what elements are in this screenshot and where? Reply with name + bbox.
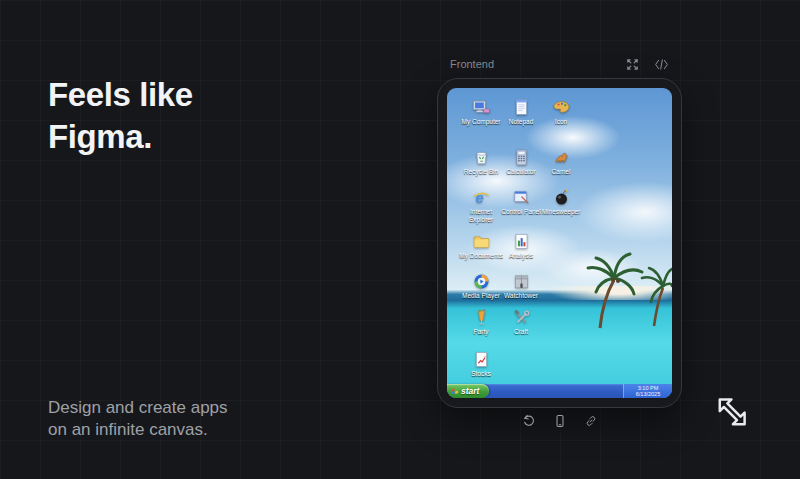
start-button-label: start bbox=[461, 386, 479, 396]
hero-subtitle-line1: Design and create apps bbox=[48, 397, 228, 419]
palette-icon bbox=[552, 97, 571, 117]
system-tray-clock[interactable]: 3:10 PM 6/13/2025 bbox=[623, 384, 672, 398]
desktop-icon-watchtower[interactable]: Watchtower bbox=[498, 271, 544, 300]
artboard-actions bbox=[624, 56, 669, 72]
desktop-icon-label: Analysis bbox=[509, 252, 533, 260]
undo-icon[interactable] bbox=[521, 413, 537, 429]
xp-taskbar: start 3:10 PM 6/13/2025 bbox=[447, 384, 672, 398]
svg-text:e: e bbox=[475, 189, 483, 205]
link-icon[interactable] bbox=[583, 413, 599, 429]
desktop-icon-label: Camel bbox=[552, 168, 571, 176]
desktop-icon-label: My Computer bbox=[461, 118, 500, 126]
tools-icon bbox=[512, 307, 531, 327]
start-button[interactable]: start bbox=[447, 384, 489, 398]
desktop-icon-label: Stocks bbox=[471, 370, 491, 378]
tray-date: 6/13/2025 bbox=[636, 391, 660, 398]
hero-title-line2: Figma. bbox=[48, 116, 193, 158]
calculator-icon bbox=[512, 147, 531, 167]
internet-explorer-icon: e bbox=[472, 187, 491, 207]
desktop-icon-minesweeper[interactable]: Minesweeper bbox=[538, 187, 584, 216]
stocks-icon bbox=[472, 349, 491, 369]
artboard-label[interactable]: Frontend bbox=[450, 58, 494, 70]
my-computer-icon bbox=[472, 97, 491, 117]
minesweeper-icon bbox=[552, 187, 571, 207]
desktop-icon-analysis[interactable]: Analysis bbox=[498, 231, 544, 260]
hero-subtitle: Design and create apps on an infinite ca… bbox=[48, 397, 228, 441]
desktop-icon-label: Icon bbox=[555, 118, 567, 126]
bar-chart-icon bbox=[512, 231, 531, 251]
control-panel-icon bbox=[512, 187, 531, 207]
canvas-stage: Feels like Figma. Design and create apps… bbox=[0, 0, 800, 479]
camel-icon bbox=[552, 147, 571, 167]
desktop-icon-label: Media Player bbox=[462, 292, 500, 300]
code-icon[interactable] bbox=[653, 56, 669, 72]
desktop-icon-icon[interactable]: Icon bbox=[538, 97, 584, 126]
castle-icon bbox=[512, 271, 531, 291]
desktop-icon-label: Recycle Bin bbox=[464, 168, 498, 176]
device-icon[interactable] bbox=[552, 413, 568, 429]
resize-diagonal-icon[interactable] bbox=[711, 395, 749, 433]
notepad-icon bbox=[512, 97, 531, 117]
desktop-icon-stocks[interactable]: Stocks bbox=[458, 349, 504, 378]
desktop-icon-label: Craft bbox=[514, 328, 528, 336]
hero-title-line1: Feels like bbox=[48, 74, 193, 116]
desktop-icon-label: Calculator bbox=[506, 168, 535, 176]
hero-title: Feels like Figma. bbox=[48, 74, 193, 158]
windows-flag-icon bbox=[451, 387, 459, 395]
desktop-icon-label: My Documents bbox=[459, 252, 502, 260]
recycle-bin-icon bbox=[472, 147, 491, 167]
desktop-icon-label: Party bbox=[473, 328, 488, 336]
expand-icon[interactable] bbox=[624, 56, 640, 72]
desktop-icon-camel[interactable]: Camel bbox=[538, 147, 584, 176]
canvas-toolbar bbox=[437, 413, 682, 429]
desktop-icon-craft[interactable]: Craft bbox=[498, 307, 544, 336]
phone-screen: My ComputerNotepadIconRecycle BinCalcula… bbox=[447, 88, 672, 398]
artboard-header: Frontend bbox=[437, 54, 682, 74]
desktop-icon-label: Notepad bbox=[509, 118, 534, 126]
desktop-icon-label: Control Panel bbox=[501, 208, 540, 216]
folder-icon bbox=[472, 231, 491, 251]
hero-subtitle-line2: on an infinite canvas. bbox=[48, 419, 228, 441]
drink-icon bbox=[472, 307, 491, 327]
desktop-icon-label: Minesweeper bbox=[542, 208, 581, 216]
phone-frame[interactable]: My ComputerNotepadIconRecycle BinCalcula… bbox=[437, 78, 682, 408]
desktop-icon-grid: My ComputerNotepadIconRecycle BinCalcula… bbox=[447, 88, 672, 398]
desktop-icon-label: Watchtower bbox=[504, 292, 538, 300]
media-player-icon bbox=[472, 271, 491, 291]
